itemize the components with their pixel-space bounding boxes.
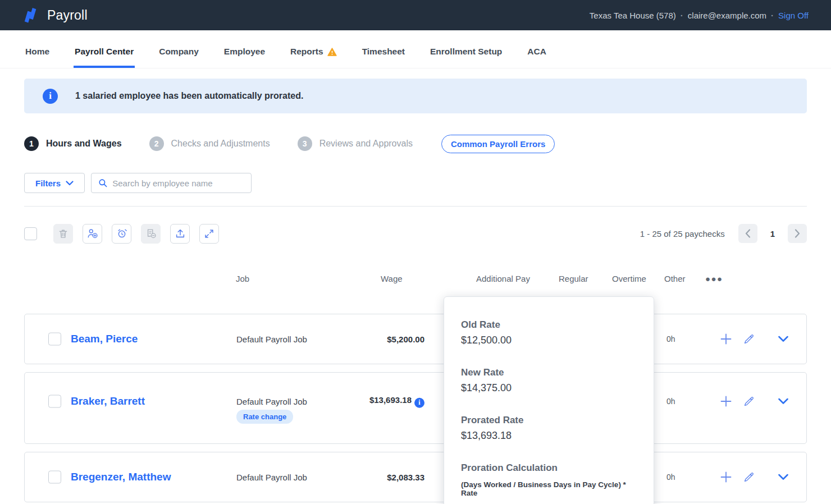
alarm-button[interactable] bbox=[112, 224, 131, 244]
wage-cell: $13,693.18i bbox=[25, 395, 424, 408]
expand-row-button[interactable] bbox=[778, 474, 788, 480]
pencil-icon bbox=[743, 333, 755, 345]
nav-employee[interactable]: Employee bbox=[223, 30, 266, 68]
remove-document-button bbox=[141, 224, 161, 244]
chevron-down-icon bbox=[778, 336, 788, 342]
expand-row-button[interactable] bbox=[778, 336, 788, 342]
nav-timesheet[interactable]: Timesheet bbox=[361, 30, 406, 68]
tooltip-value: $13,693.18 bbox=[461, 430, 640, 442]
expand-icon bbox=[204, 228, 214, 239]
nav-company[interactable]: Company bbox=[158, 30, 200, 68]
column-additional-pay: Additional Pay bbox=[476, 274, 530, 283]
column-job: Job bbox=[236, 274, 249, 283]
banner-message: 1 salaried employee has been automatical… bbox=[75, 91, 303, 101]
rate-change-badge: Rate change bbox=[236, 410, 293, 424]
chevron-down-icon bbox=[778, 398, 788, 405]
search-input[interactable] bbox=[112, 178, 244, 188]
pagination-summary: 1 - 25 of 25 paychecks bbox=[640, 229, 725, 239]
plus-icon bbox=[720, 333, 732, 345]
step-hours-and-wages[interactable]: 1 Hours and Wages bbox=[24, 136, 122, 151]
nav-payroll-center[interactable]: Payroll Center bbox=[74, 30, 135, 68]
user-email: claire@example.com bbox=[688, 11, 766, 20]
add-pay-button[interactable] bbox=[720, 333, 732, 345]
other-hours-cell: 0h bbox=[666, 335, 675, 343]
company-name: Texas Tea House (578) bbox=[590, 11, 676, 20]
nav-enrollment-setup[interactable]: Enrollment Setup bbox=[429, 30, 503, 68]
wage-info-icon[interactable]: i bbox=[414, 397, 424, 407]
separator: · bbox=[681, 11, 683, 20]
app-title: Payroll bbox=[47, 8, 88, 23]
delete-icon bbox=[58, 228, 69, 239]
select-all-checkbox[interactable] bbox=[24, 227, 37, 240]
step-reviews-and-approvals[interactable]: 3 Reviews and Approvals bbox=[298, 136, 413, 151]
rate-change-tooltip: Old Rate $12,500.00 New Rate $14,375.00 … bbox=[444, 296, 654, 504]
chevron-left-icon bbox=[745, 229, 751, 238]
column-wage: Wage bbox=[381, 274, 403, 283]
upload-button[interactable] bbox=[170, 224, 190, 244]
add-pay-button[interactable] bbox=[720, 471, 732, 483]
other-hours-cell: 0h bbox=[666, 397, 675, 406]
table-row: Bregenzer, Matthew Default Payroll Job $… bbox=[24, 452, 807, 502]
separator: · bbox=[771, 11, 774, 20]
nav-reports[interactable]: Reports bbox=[289, 30, 338, 68]
info-icon: i bbox=[43, 89, 58, 104]
app-header: Payroll Texas Tea House (578) · claire@e… bbox=[0, 0, 831, 30]
tooltip-value: $14,375.00 bbox=[461, 382, 640, 394]
table-row: Braker, Barrett Default Payroll Job Rate… bbox=[24, 372, 807, 444]
step-checks-and-adjustments[interactable]: 2 Checks and Adjustments bbox=[149, 136, 270, 151]
column-other: Other bbox=[664, 274, 686, 283]
edit-button[interactable] bbox=[743, 333, 755, 345]
upload-icon bbox=[175, 228, 186, 239]
payroll-steps: 1 Hours and Wages 2 Checks and Adjustmen… bbox=[24, 136, 807, 152]
delete-button bbox=[53, 224, 73, 244]
expand-row-button[interactable] bbox=[778, 398, 788, 405]
plus-icon bbox=[720, 471, 732, 483]
search-icon bbox=[98, 178, 107, 188]
wage-cell: $2,083.33 bbox=[25, 473, 424, 482]
expand-button[interactable] bbox=[199, 224, 219, 244]
more-columns-button[interactable]: ●●● bbox=[705, 274, 723, 283]
tooltip-value: $12,500.00 bbox=[461, 335, 640, 346]
pencil-icon bbox=[743, 471, 755, 483]
alarm-icon bbox=[116, 228, 127, 239]
section-divider bbox=[24, 206, 807, 207]
remove-document-icon bbox=[145, 228, 157, 239]
bulk-toolbar: 1 - 25 of 25 paychecks 1 bbox=[24, 223, 807, 244]
common-payroll-errors-button[interactable]: Common Payroll Errors bbox=[441, 135, 555, 153]
prev-page-button[interactable] bbox=[738, 224, 757, 243]
chevron-down-icon bbox=[778, 474, 788, 480]
next-page-button[interactable] bbox=[788, 224, 807, 243]
tooltip-formula: (Days Worked / Business Days in Pay Cycl… bbox=[461, 480, 640, 497]
current-page: 1 bbox=[770, 229, 775, 239]
tooltip-label: Prorated Rate bbox=[461, 415, 640, 426]
column-overtime: Overtime bbox=[612, 274, 646, 283]
pencil-icon bbox=[743, 396, 755, 407]
main-nav: Home Payroll Center Company Employee Rep… bbox=[0, 30, 831, 68]
sign-off-link[interactable]: Sign Off bbox=[778, 11, 809, 20]
wage-cell: $5,200.00 bbox=[25, 335, 424, 344]
add-pay-button[interactable] bbox=[720, 395, 732, 407]
other-hours-cell: 0h bbox=[666, 473, 675, 482]
tooltip-label: Old Rate bbox=[461, 319, 640, 331]
warning-icon bbox=[327, 48, 337, 56]
paychecks-table: Job Wage Additional Pay Regular Overtime… bbox=[24, 272, 807, 502]
plus-icon bbox=[720, 395, 732, 407]
employee-search[interactable] bbox=[91, 173, 252, 193]
tooltip-label: New Rate bbox=[461, 367, 640, 378]
chevron-down-icon bbox=[66, 181, 74, 186]
filters-button[interactable]: Filters bbox=[24, 173, 85, 193]
edit-button[interactable] bbox=[743, 471, 755, 483]
filter-row: Filters bbox=[24, 173, 807, 193]
add-person-icon bbox=[87, 228, 98, 239]
nav-home[interactable]: Home bbox=[24, 30, 51, 68]
payroll-logo-icon bbox=[22, 7, 39, 24]
table-header: Job Wage Additional Pay Regular Overtime… bbox=[24, 272, 807, 288]
tooltip-label: Proration Calculation bbox=[461, 462, 640, 474]
table-row: Beam, Pierce Default Payroll Job $5,200.… bbox=[24, 314, 807, 364]
proration-banner: i 1 salaried employee has been automatic… bbox=[24, 79, 807, 113]
pagination: 1 - 25 of 25 paychecks 1 bbox=[640, 224, 807, 243]
nav-aca[interactable]: ACA bbox=[526, 30, 547, 68]
add-person-button[interactable] bbox=[83, 224, 102, 244]
edit-button[interactable] bbox=[743, 396, 755, 407]
column-regular: Regular bbox=[559, 274, 588, 283]
